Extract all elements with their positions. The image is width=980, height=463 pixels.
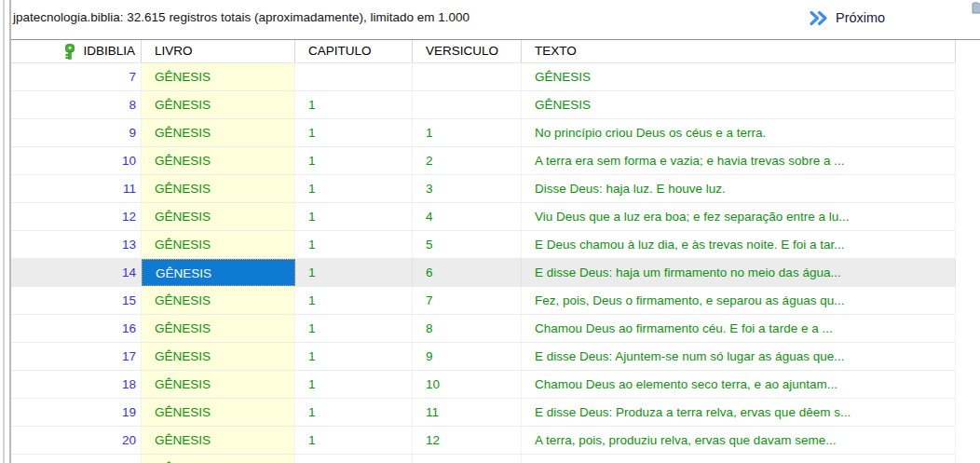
cell-versiculo[interactable]: 2 bbox=[413, 147, 522, 174]
cell-versiculo[interactable]: 1 bbox=[413, 119, 522, 146]
cell-idbiblia[interactable]: 12 bbox=[11, 203, 142, 230]
table-row[interactable]: 13GÊNESIS15E Deus chamou à luz dia, e às… bbox=[11, 231, 956, 259]
cell-versiculo[interactable]: 6 bbox=[413, 259, 522, 286]
cell-versiculo[interactable] bbox=[413, 455, 522, 463]
table-row[interactable]: 15GÊNESIS17Fez, pois, Deus o firmamento,… bbox=[11, 287, 956, 315]
cell-texto[interactable]: E disse Deus: Ajuntem-se num só lugar as… bbox=[522, 343, 956, 370]
cell-versiculo[interactable] bbox=[413, 63, 522, 90]
table-row[interactable]: 8GÊNESIS1GÊNESIS bbox=[11, 91, 956, 119]
cell-capitulo[interactable]: 1 bbox=[295, 427, 413, 454]
cell-livro[interactable]: GÊNESIS bbox=[142, 203, 295, 230]
table-row[interactable]: 11GÊNESIS13Disse Deus: haja luz. E houve… bbox=[11, 175, 956, 203]
cell-capitulo[interactable]: 1 bbox=[295, 259, 413, 286]
column-header-capitulo[interactable]: CAPITULO bbox=[295, 40, 413, 62]
cell-texto[interactable]: GÊNESIS bbox=[522, 91, 956, 118]
cell-capitulo[interactable]: 1 bbox=[295, 91, 413, 118]
table-row[interactable]: 17GÊNESIS19E disse Deus: Ajuntem-se num … bbox=[11, 343, 956, 371]
table-row[interactable]: 7GÊNESISGÊNESIS bbox=[11, 63, 956, 91]
table-row[interactable]: 12GÊNESIS14Viu Deus que a luz era boa; e… bbox=[11, 203, 956, 231]
cell-idbiblia[interactable]: 13 bbox=[11, 231, 142, 258]
cell-livro[interactable]: GÊNESIS bbox=[142, 259, 295, 286]
cell-capitulo[interactable] bbox=[295, 63, 413, 90]
cell-texto[interactable]: E Deus chamou à luz dia, e às trevas noi… bbox=[522, 231, 956, 258]
cell-idbiblia[interactable]: 18 bbox=[11, 371, 142, 398]
table-row-partial[interactable]: GÊNESIS bbox=[11, 455, 956, 463]
cell-capitulo[interactable]: 1 bbox=[295, 287, 413, 314]
cell-idbiblia[interactable]: 16 bbox=[11, 315, 142, 342]
cell-capitulo[interactable]: 1 bbox=[295, 371, 413, 398]
cell-idbiblia[interactable]: 17 bbox=[11, 343, 142, 370]
cell-texto[interactable]: No princípio criou Deus os céus e a terr… bbox=[522, 119, 956, 146]
cell-texto[interactable]: Chamou Deus ao elemento seco terra, e ao… bbox=[522, 371, 956, 398]
cell-versiculo[interactable]: 7 bbox=[413, 287, 522, 314]
cell-texto[interactable]: GÊNESIS bbox=[522, 63, 956, 90]
table-row[interactable]: 16GÊNESIS18Chamou Deus ao firmamento céu… bbox=[11, 315, 956, 343]
cell-texto[interactable]: Disse Deus: haja luz. E houve luz. bbox=[522, 175, 956, 202]
cell-versiculo[interactable]: 4 bbox=[413, 203, 522, 230]
cell-livro[interactable]: GÊNESIS bbox=[142, 399, 295, 426]
cell-idbiblia[interactable]: 8 bbox=[11, 91, 142, 118]
grid-header-row: IDBIBLIA LIVRO CAPITULO VERSICULO TEXTO bbox=[11, 40, 956, 63]
column-header-texto[interactable]: TEXTO bbox=[522, 40, 956, 62]
cell-texto[interactable]: Fez, pois, Deus o firmamento, e separou … bbox=[522, 287, 956, 314]
cell-capitulo[interactable]: 1 bbox=[295, 119, 413, 146]
cell-livro[interactable]: GÊNESIS bbox=[142, 371, 295, 398]
cell-livro[interactable]: GÊNESIS bbox=[142, 63, 295, 90]
table-row[interactable]: 18GÊNESIS110Chamou Deus ao elemento seco… bbox=[11, 371, 956, 399]
cell-capitulo[interactable] bbox=[295, 455, 413, 463]
table-row[interactable]: 20GÊNESIS112A terra, pois, produziu relv… bbox=[11, 427, 956, 455]
cell-idbiblia[interactable]: 11 bbox=[11, 175, 142, 202]
cell-versiculo[interactable]: 8 bbox=[413, 315, 522, 342]
cell-texto[interactable]: A terra era sem forma e vazia; e havia t… bbox=[522, 147, 956, 174]
cell-versiculo[interactable] bbox=[413, 91, 522, 118]
table-row[interactable]: 14GÊNESIS16E disse Deus: haja um firmame… bbox=[11, 259, 956, 287]
column-header-idbiblia[interactable]: IDBIBLIA bbox=[11, 40, 142, 62]
cell-versiculo[interactable]: 11 bbox=[413, 399, 522, 426]
cell-texto[interactable]: Chamou Deus ao firmamento céu. E foi a t… bbox=[522, 315, 956, 342]
cell-livro[interactable]: GÊNESIS bbox=[142, 315, 295, 342]
table-row[interactable]: 9GÊNESIS11No princípio criou Deus os céu… bbox=[11, 119, 956, 147]
cell-texto[interactable] bbox=[522, 455, 956, 463]
cell-livro[interactable]: GÊNESIS bbox=[142, 147, 295, 174]
cell-capitulo[interactable]: 1 bbox=[295, 399, 413, 426]
cell-capitulo[interactable]: 1 bbox=[295, 343, 413, 370]
cell-idbiblia[interactable]: 7 bbox=[11, 63, 142, 90]
cell-livro[interactable]: GÊNESIS bbox=[142, 119, 295, 146]
cell-versiculo[interactable]: 10 bbox=[413, 371, 522, 398]
table-row[interactable]: 19GÊNESIS111E disse Deus: Produza a terr… bbox=[11, 399, 956, 427]
cell-idbiblia[interactable]: 15 bbox=[11, 287, 142, 314]
cell-texto[interactable]: Viu Deus que a luz era boa; e fez separa… bbox=[522, 203, 956, 230]
cell-livro[interactable]: GÊNESIS bbox=[142, 91, 295, 118]
table-status-text: jpatecnologia.biblia: 32.615 registros t… bbox=[13, 10, 470, 24]
cell-idbiblia[interactable] bbox=[11, 455, 142, 463]
cell-versiculo[interactable]: 12 bbox=[413, 427, 522, 454]
cell-livro[interactable]: GÊNESIS bbox=[142, 231, 295, 258]
cell-livro[interactable]: GÊNESIS bbox=[142, 343, 295, 370]
cell-idbiblia[interactable]: 20 bbox=[11, 427, 142, 454]
cell-livro[interactable]: GÊNESIS bbox=[142, 287, 295, 314]
cell-texto[interactable]: E disse Deus: Produza a terra relva, erv… bbox=[522, 399, 956, 426]
cell-versiculo[interactable]: 9 bbox=[413, 343, 522, 370]
cell-versiculo[interactable]: 5 bbox=[413, 231, 522, 258]
cell-capitulo[interactable]: 1 bbox=[295, 175, 413, 202]
cell-texto[interactable]: E disse Deus: haja um firmamento no meio… bbox=[522, 259, 956, 286]
cell-livro[interactable]: GÊNESIS bbox=[142, 175, 295, 202]
table-row[interactable]: 10GÊNESIS12A terra era sem forma e vazia… bbox=[11, 147, 956, 175]
cell-idbiblia[interactable]: 19 bbox=[11, 399, 142, 426]
cell-capitulo[interactable]: 1 bbox=[295, 203, 413, 230]
next-page-button[interactable]: Próximo bbox=[805, 5, 889, 31]
cell-livro[interactable]: GÊNESIS bbox=[142, 427, 295, 454]
cell-idbiblia[interactable]: 9 bbox=[11, 119, 142, 146]
cell-idbiblia[interactable]: 14 bbox=[11, 259, 142, 286]
cell-livro[interactable]: GÊNESIS bbox=[142, 455, 295, 463]
cell-versiculo[interactable]: 3 bbox=[413, 175, 522, 202]
cell-capitulo[interactable]: 1 bbox=[295, 315, 413, 342]
column-header-versiculo[interactable]: VERSICULO bbox=[413, 40, 522, 62]
cell-capitulo[interactable]: 1 bbox=[295, 231, 413, 258]
column-header-livro[interactable]: LIVRO bbox=[142, 40, 295, 62]
result-grid[interactable]: IDBIBLIA LIVRO CAPITULO VERSICULO TEXTO … bbox=[11, 40, 956, 463]
cell-capitulo[interactable]: 1 bbox=[295, 147, 413, 174]
cell-texto[interactable]: A terra, pois, produziu relva, ervas que… bbox=[522, 427, 956, 454]
query-status-bar: jpatecnologia.biblia: 32.615 registros t… bbox=[11, 0, 980, 39]
cell-idbiblia[interactable]: 10 bbox=[11, 147, 142, 174]
